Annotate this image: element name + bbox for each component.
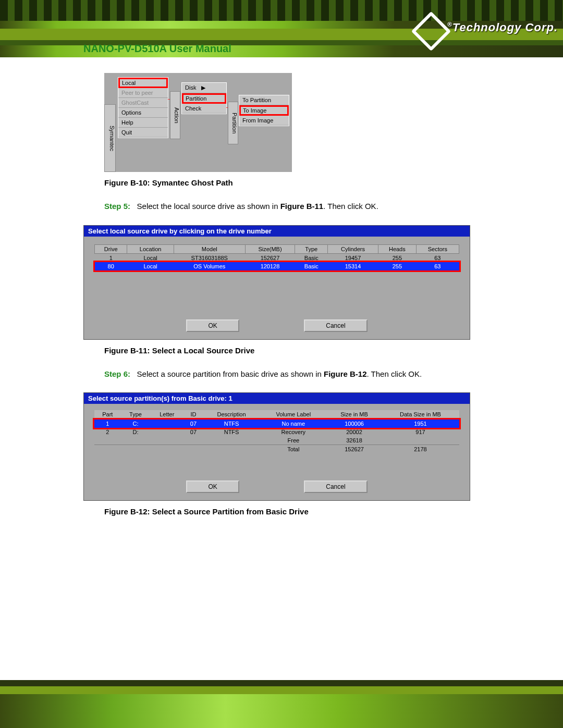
menu-item-to-image[interactable]: To Image bbox=[239, 105, 289, 116]
footer-band bbox=[0, 680, 563, 686]
footer-band bbox=[0, 694, 563, 728]
dialog-title: Select local source drive by clicking on… bbox=[84, 226, 470, 237]
cancel-button[interactable]: Cancel bbox=[304, 480, 367, 493]
figure-b11: Select local source drive by clicking on… bbox=[83, 225, 470, 340]
table-row[interactable]: 2D:07 NTFSRecovery20002917 bbox=[94, 428, 459, 436]
menu-item-help[interactable]: Help bbox=[118, 118, 168, 128]
menu-item-quit[interactable]: Quit bbox=[118, 128, 168, 138]
menu-item-options[interactable]: Options bbox=[118, 108, 168, 118]
tab-symantec: Symantec bbox=[104, 104, 116, 172]
free-row: Free32618 bbox=[94, 436, 459, 445]
menu-level2: Disk ▶ Partition Check bbox=[181, 82, 227, 114]
step5-text: Step 5: Select the local source drive as… bbox=[104, 198, 490, 216]
menu-level1: Local Peer to peer GhostCast Options Hel… bbox=[118, 77, 168, 138]
menu-level3: To Partition To Image From Image bbox=[239, 95, 289, 126]
step6-text: Step 6: Select a source partition from b… bbox=[104, 365, 490, 384]
table-row[interactable]: 1LocalST31603188S152627 Basic1945725563 bbox=[95, 253, 459, 262]
caption-b10: Figure B-10: Symantec Ghost Path bbox=[104, 178, 490, 187]
figure-b12: Select source partition(s) from Basic dr… bbox=[83, 392, 470, 501]
table-row-selected[interactable]: 1C:07 NTFSNo name1000061951 bbox=[94, 419, 459, 428]
corp-name: ®Technology Corp. bbox=[447, 21, 558, 34]
menu-item-peer: Peer to peer bbox=[118, 88, 168, 98]
total-row: Total1526272178 bbox=[94, 445, 459, 454]
menu-item-ghostcast: GhostCast bbox=[118, 98, 168, 108]
partition-table: PartType LetterID DescriptionVolume Labe… bbox=[94, 410, 459, 453]
dialog-title: Select source partition(s) from Basic dr… bbox=[84, 393, 470, 404]
drive-table: DriveLocation ModelSize(MB) TypeCylinder… bbox=[94, 244, 459, 270]
menu-item-partition[interactable]: Partition bbox=[182, 93, 226, 104]
menu-item-from-image[interactable]: From Image bbox=[239, 116, 289, 126]
tab-action: Action bbox=[170, 91, 180, 139]
menu-item-to-partition[interactable]: To Partition bbox=[239, 95, 289, 105]
ok-button[interactable]: OK bbox=[186, 480, 239, 493]
logo-icon bbox=[414, 15, 443, 43]
menu-item-disk[interactable]: Disk ▶ bbox=[182, 83, 226, 93]
menu-item-check[interactable]: Check bbox=[182, 104, 226, 114]
caption-b12: Figure B-12: Select a Source Partition f… bbox=[104, 507, 490, 516]
table-row-selected[interactable]: 80LocalOS Volumes120128 Basic1531425563 bbox=[95, 262, 459, 270]
caption-b11: Figure B-11: Select a Local Source Drive bbox=[104, 346, 490, 355]
menu-item-local[interactable]: Local bbox=[118, 78, 168, 88]
tab-partition: Partition bbox=[228, 102, 238, 144]
footer-band bbox=[0, 686, 563, 694]
figure-b10: Symantec Local Peer to peer GhostCast Op… bbox=[104, 73, 292, 172]
manual-title: NANO-PV-D510A User Manual bbox=[83, 43, 231, 55]
cancel-button[interactable]: Cancel bbox=[304, 319, 367, 332]
ok-button[interactable]: OK bbox=[186, 319, 239, 332]
